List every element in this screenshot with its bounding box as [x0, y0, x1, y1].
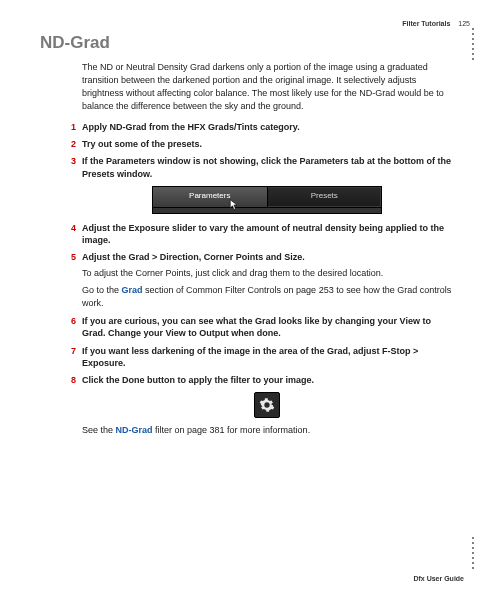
step-7: 7 If you want less darkening of the imag…: [62, 345, 452, 369]
step-subtext: Go to the Grad section of Common Filter …: [82, 284, 452, 310]
step-text: If you want less darkening of the image …: [82, 346, 418, 368]
step-text: If you are curious, you can see what the…: [82, 316, 431, 338]
step-number: 2: [62, 138, 76, 150]
gear-icon: [259, 397, 275, 413]
step-3: 3 If the Parameters window is not showin…: [62, 155, 452, 213]
tab-label: Parameters: [189, 191, 230, 202]
step-text: Apply ND-Grad from the HFX Grads/Tints c…: [82, 122, 300, 132]
tab-parameters[interactable]: Parameters: [153, 187, 268, 207]
chapter-name: Filter Tutorials: [402, 20, 450, 27]
step-number: 3: [62, 155, 76, 167]
step-number: 7: [62, 345, 76, 357]
page-number: 125: [458, 20, 470, 27]
step-2: 2 Try out some of the presets.: [62, 138, 452, 150]
step-number: 6: [62, 315, 76, 327]
footer-text: Dfx User Guide: [413, 575, 464, 582]
step-8: 8 Click the Done button to apply the fil…: [62, 374, 452, 437]
step-text: Try out some of the presets.: [82, 139, 202, 149]
text: Go to the: [82, 285, 122, 295]
step-number: 1: [62, 121, 76, 133]
tabs-under-bar: [152, 208, 382, 214]
tab-presets[interactable]: Presets: [268, 187, 382, 207]
intro-paragraph: The ND or Neutral Density Grad darkens o…: [82, 61, 452, 113]
step-6: 6 If you are curious, you can see what t…: [62, 315, 452, 339]
step-subtext: To adjust the Corner Points, just click …: [82, 267, 452, 280]
tabs-bar: Parameters Presets: [152, 186, 382, 208]
step-text: If the Parameters window is not showing,…: [82, 156, 451, 178]
text: See the: [82, 425, 116, 435]
page-title: ND-Grad: [40, 33, 470, 53]
link-grad[interactable]: Grad: [122, 285, 143, 295]
step-text: Click the Done button to apply the filte…: [82, 375, 314, 385]
decorative-dots-top: [472, 28, 474, 63]
step-4: 4 Adjust the Exposure slider to vary the…: [62, 222, 452, 246]
decorative-dots-bottom: [472, 537, 474, 572]
step-number: 8: [62, 374, 76, 386]
tab-label: Presets: [311, 191, 338, 202]
step-1: 1 Apply ND-Grad from the HFX Grads/Tints…: [62, 121, 452, 133]
done-button-screenshot: [254, 392, 280, 418]
page-header: Filter Tutorials 125: [30, 20, 470, 27]
step-5: 5 Adjust the Grad > Direction, Corner Po…: [62, 251, 452, 310]
tabs-screenshot: Parameters Presets: [152, 186, 382, 214]
text: filter on page 381 for more information.: [153, 425, 311, 435]
closing-text: See the ND-Grad filter on page 381 for m…: [82, 424, 452, 437]
step-text: Adjust the Exposure slider to vary the a…: [82, 223, 444, 245]
link-nd-grad[interactable]: ND-Grad: [116, 425, 153, 435]
step-number: 5: [62, 251, 76, 263]
step-number: 4: [62, 222, 76, 234]
step-text: Adjust the Grad > Direction, Corner Poin…: [82, 252, 305, 262]
steps-list: 1 Apply ND-Grad from the HFX Grads/Tints…: [62, 121, 452, 437]
